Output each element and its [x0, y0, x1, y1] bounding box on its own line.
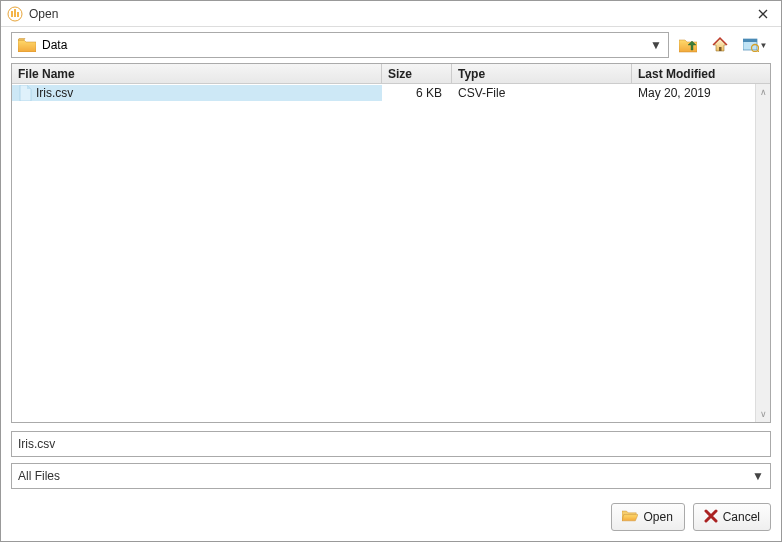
cell-type: CSV-File [452, 86, 632, 100]
titlebar: Open [1, 1, 781, 27]
location-toolbar: Data ▼ ▼ [1, 27, 781, 63]
cancel-x-icon [704, 509, 718, 526]
column-header-size[interactable]: Size [382, 64, 452, 83]
close-button[interactable] [751, 2, 775, 26]
cell-modified: May 20, 2019 [632, 86, 755, 100]
table-row[interactable]: Iris.csv 6 KB CSV-File May 20, 2019 [12, 84, 755, 102]
vertical-scrollbar[interactable]: ∧ ∨ [755, 84, 770, 422]
cancel-button-label: Cancel [723, 510, 760, 524]
column-header-filename[interactable]: File Name [12, 64, 382, 83]
filename-input[interactable]: Iris.csv [11, 431, 771, 457]
folder-open-icon [622, 509, 638, 525]
app-icon [7, 6, 23, 22]
svg-rect-1 [719, 47, 722, 51]
column-header-modified[interactable]: Last Modified [632, 64, 770, 83]
location-text: Data [42, 38, 67, 52]
scroll-down-icon[interactable]: ∨ [756, 406, 771, 422]
cancel-button[interactable]: Cancel [693, 503, 771, 531]
svg-rect-3 [743, 39, 757, 42]
folder-icon [18, 38, 36, 52]
button-bar: Open Cancel [1, 497, 781, 541]
svg-line-5 [757, 51, 759, 53]
table-header-row: File Name Size Type Last Modified [12, 64, 770, 84]
filename-input-value: Iris.csv [18, 437, 55, 451]
window-title: Open [29, 7, 751, 21]
table-rows: Iris.csv 6 KB CSV-File May 20, 2019 [12, 84, 755, 422]
location-dropdown[interactable]: Data ▼ [11, 32, 669, 58]
cell-size: 6 KB [382, 86, 452, 100]
open-dialog-window: Open Data ▼ [0, 0, 782, 542]
filetype-filter-dropdown[interactable]: All Files ▼ [11, 463, 771, 489]
chevron-down-icon: ▼ [760, 41, 768, 50]
file-icon [18, 85, 32, 101]
up-folder-button[interactable] [675, 32, 701, 58]
scroll-up-icon[interactable]: ∧ [756, 84, 771, 100]
file-list-area: File Name Size Type Last Modified Iris.c… [11, 63, 771, 423]
chevron-down-icon: ▼ [752, 469, 764, 483]
filename-text: Iris.csv [36, 86, 73, 100]
chevron-down-icon: ▼ [650, 38, 662, 52]
table-body: Iris.csv 6 KB CSV-File May 20, 2019 ∧ ∨ [12, 84, 770, 422]
cell-filename: Iris.csv [12, 85, 382, 101]
open-button-label: Open [643, 510, 672, 524]
view-options-button[interactable]: ▼ [739, 32, 771, 58]
column-header-type[interactable]: Type [452, 64, 632, 83]
filetype-filter-value: All Files [18, 469, 60, 483]
home-button[interactable] [707, 32, 733, 58]
open-button[interactable]: Open [611, 503, 685, 531]
